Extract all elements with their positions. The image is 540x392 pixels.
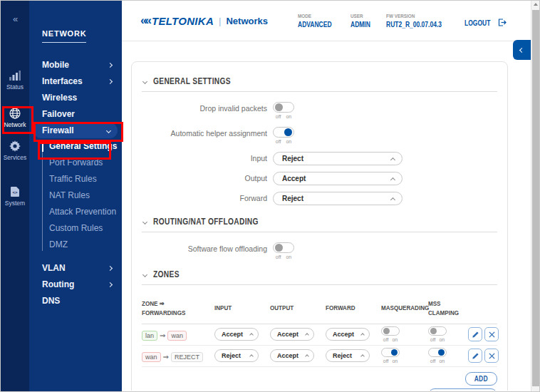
section-general-settings: GENERAL SETTINGS Drop invalid packets of… (142, 76, 497, 205)
row1-output-select[interactable]: Accept (270, 328, 314, 341)
teltonika-logo[interactable]: «« TELTONIKA | Networks (140, 14, 268, 28)
rail-label: Network (1, 121, 29, 128)
firewall-submenu: General Settings Port Forwards Traffic R… (42, 138, 122, 253)
panel-title: NETWORK (42, 29, 86, 43)
menu-item-interfaces[interactable]: Interfaces (29, 73, 122, 90)
menu-item-mobile[interactable]: Mobile (29, 57, 122, 73)
zone-badge-reject: REJECT (171, 352, 203, 362)
section-header-routing[interactable]: ROUTING/NAT OFFLOADING (142, 217, 497, 227)
row2-input-select[interactable]: Reject (214, 349, 259, 362)
chevron-left-icon (519, 47, 524, 52)
rail-label: Status (1, 83, 29, 91)
submenu-item-general-settings[interactable]: General Settings (49, 138, 122, 155)
sidebar-item-system[interactable]: <> System (1, 186, 29, 207)
mode-value: ADVANCED (298, 21, 332, 29)
rail-label: System (1, 200, 29, 207)
submenu-item-nat-rules[interactable]: NAT Rules (49, 187, 122, 204)
user-value: ADMIN (351, 21, 370, 29)
row1-delete-button[interactable] (484, 327, 499, 341)
logout-button[interactable]: LOGOUT (464, 19, 507, 29)
output-policy-select[interactable]: Accept (273, 172, 403, 185)
globe-icon (1, 108, 29, 120)
section-divider (142, 284, 497, 285)
submenu-item-traffic-rules[interactable]: Traffic Rules (49, 171, 122, 187)
scroll-up-arrow[interactable] (534, 3, 538, 6)
forward-arrow: ⇒ (160, 331, 165, 339)
chevron-right-icon (108, 63, 113, 68)
field-label: Drop invalid packets (142, 102, 267, 113)
brand-sub: Networks (226, 16, 268, 26)
menu-item-failover[interactable]: Failover (29, 106, 122, 123)
toggle-off-on-labels: offon (273, 114, 294, 119)
sidebar-item-services[interactable]: Services (1, 140, 29, 161)
chevron-right-icon (108, 266, 113, 271)
drop-invalid-packets-toggle[interactable] (273, 102, 294, 113)
save-apply-button[interactable]: SAVE & APPLY (428, 388, 497, 391)
forward-arrow: ⇒ (163, 353, 169, 361)
chevron-up-icon (360, 354, 365, 359)
zones-table-header: ZONE ⇒FORWARDINGS INPUT OUTPUT FORWARD M… (142, 295, 497, 324)
zone-badge-lan: lan (142, 331, 157, 341)
zones-table: ZONE ⇒FORWARDINGS INPUT OUTPUT FORWARD M… (142, 295, 497, 391)
submenu-item-attack-prevention[interactable]: Attack Prevention (49, 204, 122, 220)
menu-item-firewall[interactable]: Firewall (33, 123, 118, 138)
section-header-zones[interactable]: ZONES (142, 269, 497, 279)
sidebar-item-network[interactable]: Network (1, 108, 29, 128)
row2-forward-select[interactable]: Reject (326, 349, 370, 362)
form-row-output: Output Accept (142, 172, 497, 185)
section-header-general[interactable]: GENERAL SETTINGS (142, 76, 497, 86)
forward-policy-select[interactable]: Reject (273, 192, 403, 205)
form-row-flow-offloading: Software flow offloading offon (142, 242, 497, 259)
add-zone-button[interactable]: ADD (465, 372, 497, 386)
menu-item-dns[interactable]: DNS (29, 293, 122, 309)
sim-card-icon: <> (1, 186, 29, 198)
signal-bars-icon (1, 70, 29, 82)
submenu-item-port-forwards[interactable]: Port Forwards (49, 155, 122, 171)
menu-item-wireless[interactable]: Wireless (29, 90, 122, 106)
row1-masquerading-toggle[interactable] (381, 326, 400, 336)
row2-edit-button[interactable] (468, 349, 482, 363)
chevron-right-icon (108, 79, 113, 84)
menu-item-routing[interactable]: Routing (29, 277, 122, 293)
software-flow-offloading-toggle[interactable] (273, 242, 294, 253)
zone-row-wan-reject: wan⇒REJECT Reject Accept Reject offon of… (142, 346, 497, 367)
section-zones: ZONES ZONE ⇒FORWARDINGS INPUT OUTPUT FOR… (142, 269, 497, 391)
firewall-settings-card: GENERAL SETTINGS Drop invalid packets of… (131, 61, 508, 391)
row1-mss-clamping-toggle[interactable] (428, 326, 447, 336)
rail-label: Services (1, 154, 29, 161)
page: « Status Network Services <> System (0, 0, 540, 392)
row2-output-select[interactable]: Accept (270, 349, 314, 362)
zone-forwarding-cell: wan⇒REJECT (142, 349, 214, 362)
mode-indicator: MODE ADVANCED (298, 13, 338, 29)
field-label: Output (142, 172, 267, 182)
input-policy-select[interactable]: Reject (273, 152, 403, 165)
section-title: ROUTING/NAT OFFLOADING (153, 217, 259, 227)
svg-text:<>: <> (12, 190, 18, 195)
scrollbar-thumb[interactable] (532, 10, 539, 386)
sidebar-item-status[interactable]: Status (1, 70, 29, 91)
row2-masquerading-toggle[interactable] (381, 348, 400, 357)
vertical-scrollbar[interactable] (531, 1, 539, 391)
row1-forward-select[interactable]: Accept (326, 328, 370, 341)
zone-forwarding-cell: lan⇒wan (142, 328, 214, 341)
chevron-down-icon (106, 128, 111, 133)
field-label: Input (142, 152, 267, 163)
submenu-item-dmz[interactable]: DMZ (49, 237, 122, 253)
field-label: Software flow offloading (142, 242, 267, 253)
logo-separator: | (219, 16, 221, 26)
section-title: ZONES (153, 269, 180, 279)
sidebar-collapse-button[interactable]: « (1, 14, 29, 24)
collapse-section-icon (142, 219, 147, 224)
right-panel-toggle[interactable] (513, 40, 531, 60)
menu-item-vlan[interactable]: VLAN (29, 260, 122, 277)
toggle-off-on-labels: offon (273, 254, 294, 259)
row1-edit-button[interactable] (468, 327, 482, 341)
row2-mss-clamping-toggle[interactable] (428, 348, 447, 357)
field-label: Automatic helper assignment (142, 127, 267, 138)
automatic-helper-assignment-toggle[interactable] (273, 127, 294, 138)
row2-delete-button[interactable] (484, 349, 499, 363)
submenu-item-custom-rules[interactable]: Custom Rules (49, 220, 122, 237)
toggle-off-on-labels: offon (273, 139, 294, 144)
row1-input-select[interactable]: Accept (214, 328, 259, 341)
form-row-forward: Forward Reject (142, 192, 497, 205)
